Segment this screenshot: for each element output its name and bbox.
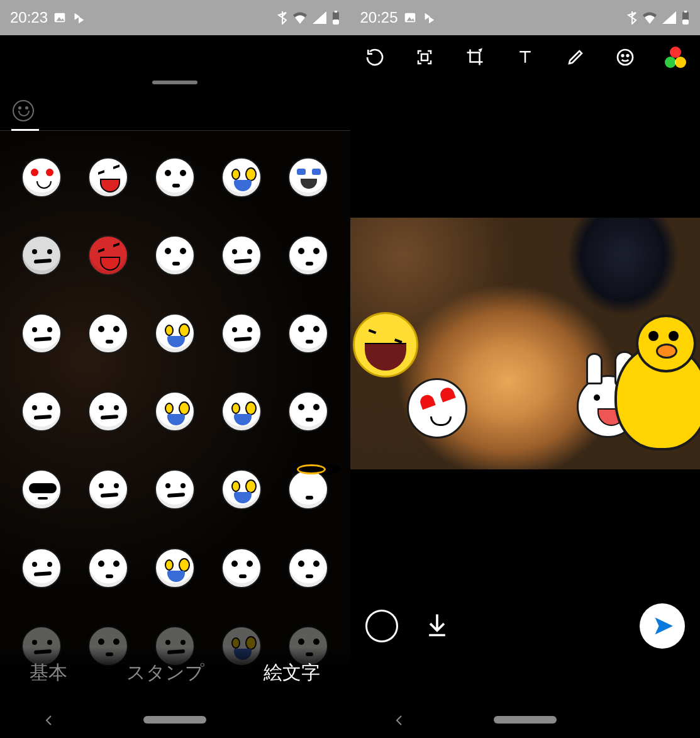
svg-rect-14 bbox=[682, 20, 689, 25]
download-button[interactable] bbox=[423, 611, 451, 641]
text-button[interactable] bbox=[509, 42, 541, 73]
sticker-wince[interactable] bbox=[214, 228, 269, 283]
back-button[interactable] bbox=[393, 708, 406, 732]
sticker-laughing[interactable] bbox=[81, 150, 136, 205]
sticker-crying-loud[interactable] bbox=[281, 150, 336, 205]
status-time: 20:23 bbox=[10, 9, 48, 26]
editor-toolbar bbox=[350, 35, 701, 79]
svg-point-18 bbox=[622, 55, 624, 57]
tab-stamp[interactable]: スタンプ bbox=[126, 660, 204, 686]
home-pill[interactable] bbox=[143, 716, 206, 724]
crop-button[interactable] bbox=[459, 42, 491, 73]
phone-left: 20:23 基本 スタンプ 絵文字 bbox=[0, 0, 350, 738]
sticker-sad[interactable] bbox=[81, 462, 136, 517]
sticker-wailing[interactable] bbox=[147, 384, 203, 439]
sticker-nervous[interactable] bbox=[281, 306, 336, 361]
status-bar: 20:23 bbox=[0, 0, 350, 35]
bluetooth-icon bbox=[277, 11, 287, 25]
big-laugh-sticker[interactable] bbox=[353, 312, 418, 377]
draw-button[interactable] bbox=[560, 42, 591, 73]
emoji-pack-tab-icon[interactable] bbox=[13, 100, 34, 121]
svg-rect-15 bbox=[684, 11, 687, 13]
frame-button[interactable] bbox=[409, 42, 440, 73]
photo-area[interactable] bbox=[350, 218, 701, 469]
home-pill[interactable] bbox=[494, 716, 557, 724]
sticker-grumpy[interactable] bbox=[81, 384, 136, 439]
svg-point-17 bbox=[618, 50, 633, 65]
phone-right: 20:25 bbox=[350, 0, 701, 738]
cell-signal-icon bbox=[662, 11, 676, 24]
send-button[interactable] bbox=[640, 603, 685, 649]
sticker-shocked-blue[interactable] bbox=[147, 306, 203, 361]
tab-basic[interactable]: 基本 bbox=[30, 660, 67, 686]
sticker-delighted[interactable] bbox=[81, 540, 136, 596]
android-nav-bar bbox=[0, 702, 350, 738]
sticker-pack-tabs bbox=[0, 91, 350, 131]
play-queue-icon bbox=[422, 11, 436, 25]
svg-rect-16 bbox=[421, 54, 428, 60]
sticker-surprised[interactable] bbox=[281, 384, 336, 439]
sticker-skull[interactable] bbox=[14, 228, 69, 283]
color-filter-button[interactable] bbox=[660, 42, 691, 73]
sticker-pleading[interactable] bbox=[147, 150, 203, 205]
sticker-heart-eyes[interactable] bbox=[14, 150, 69, 205]
sticker-wink-sweat[interactable] bbox=[281, 228, 336, 283]
sticker-mask[interactable] bbox=[14, 540, 69, 596]
bluetooth-icon bbox=[627, 11, 637, 25]
sticker-awkward[interactable] bbox=[81, 306, 136, 361]
sticker-grimace[interactable] bbox=[147, 228, 203, 283]
sticker-scream-sweat[interactable] bbox=[214, 150, 269, 205]
svg-marker-11 bbox=[429, 16, 434, 23]
sticker-sunglasses[interactable] bbox=[14, 462, 69, 517]
battery-icon bbox=[681, 11, 690, 25]
svg-rect-6 bbox=[333, 20, 339, 25]
sticker-astonished[interactable] bbox=[214, 540, 269, 596]
sticker-kiss[interactable] bbox=[281, 540, 336, 596]
svg-marker-3 bbox=[79, 16, 84, 23]
svg-point-19 bbox=[627, 55, 629, 57]
status-time: 20:25 bbox=[360, 9, 398, 26]
play-queue-icon bbox=[72, 11, 86, 25]
android-nav-bar bbox=[350, 702, 701, 738]
sticker-anxious-sweat[interactable] bbox=[214, 462, 269, 517]
sticker-worried[interactable] bbox=[147, 462, 203, 517]
svg-marker-20 bbox=[655, 618, 674, 635]
back-button[interactable] bbox=[43, 708, 55, 732]
svg-rect-7 bbox=[335, 11, 337, 13]
wifi-strength-icon bbox=[292, 11, 308, 24]
image-icon bbox=[403, 11, 417, 25]
rotate-button[interactable] bbox=[359, 42, 391, 73]
editor-canvas bbox=[350, 79, 701, 702]
drag-handle[interactable] bbox=[152, 81, 197, 84]
sticker-dizzy[interactable] bbox=[14, 306, 69, 361]
sticker-button[interactable] bbox=[609, 42, 641, 73]
heart-eyes-sticker[interactable] bbox=[407, 378, 467, 439]
sticker-furious[interactable] bbox=[14, 384, 69, 439]
sticker-angel[interactable] bbox=[281, 462, 336, 517]
duck-sticker[interactable] bbox=[614, 315, 700, 453]
sticker-sheet: 基本 スタンプ 絵文字 bbox=[0, 70, 350, 702]
svg-marker-12 bbox=[662, 11, 676, 24]
svg-marker-4 bbox=[313, 11, 326, 24]
sticker-cold-sweat[interactable] bbox=[147, 540, 203, 596]
sticker-angry-red[interactable] bbox=[81, 228, 136, 283]
cell-signal-icon bbox=[313, 11, 326, 24]
sticker-weary[interactable] bbox=[214, 306, 269, 361]
sticker-tears[interactable] bbox=[214, 384, 269, 439]
record-button[interactable] bbox=[365, 610, 398, 642]
battery-icon bbox=[331, 11, 340, 25]
sticker-grid[interactable] bbox=[0, 131, 350, 702]
wifi-strength-icon bbox=[642, 11, 657, 24]
tab-emoji[interactable]: 絵文字 bbox=[264, 660, 320, 686]
status-bar: 20:25 bbox=[350, 0, 701, 35]
sticker-category-tabs: 基本 スタンプ 絵文字 bbox=[0, 647, 350, 702]
image-icon bbox=[53, 11, 67, 25]
editor-action-bar bbox=[350, 588, 701, 664]
